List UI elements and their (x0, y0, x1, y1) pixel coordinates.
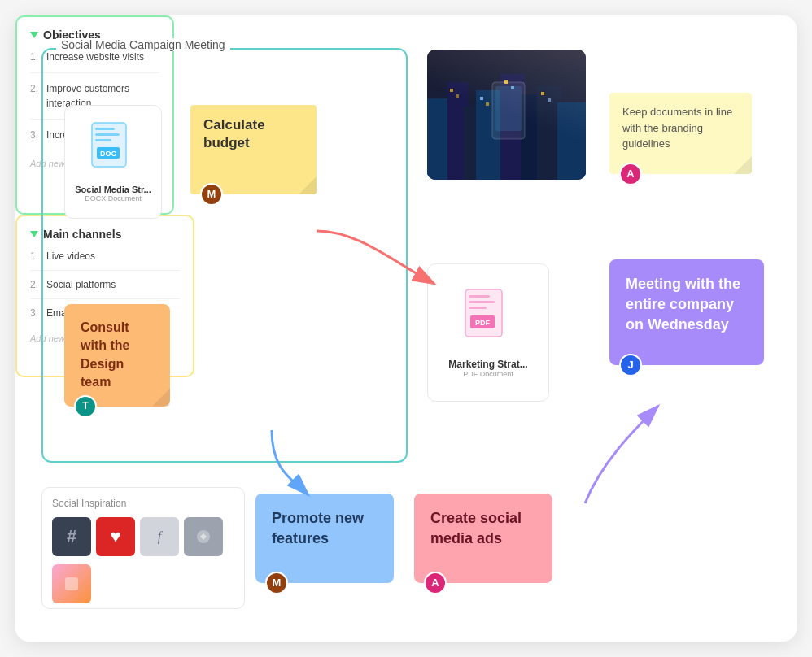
svg-rect-28 (469, 307, 487, 309)
pdf-card[interactable]: PDF Marketing Strat... PDF Document (427, 263, 549, 402)
svg-rect-7 (427, 98, 452, 180)
consult-design-sticky[interactable]: Consult with the Design team T (64, 304, 170, 407)
meeting-wednesday-text: Meeting with the entire company on Wedne… (626, 276, 740, 333)
meeting-wednesday-sticky[interactable]: Meeting with the entire company on Wedne… (609, 259, 764, 365)
branding-sticky[interactable]: Keep documents in line with the branding… (609, 93, 752, 174)
svg-rect-23 (492, 82, 525, 139)
doc-card[interactable]: DOC Social Media Str... DOCX Document (64, 105, 162, 219)
photo-card (427, 50, 586, 180)
svg-rect-24 (495, 86, 522, 131)
svg-rect-21 (541, 92, 544, 95)
fold-icon-2 (152, 389, 170, 407)
avatar-6: A (424, 572, 447, 594)
svg-rect-9 (464, 107, 480, 180)
thumb-pink (52, 564, 91, 603)
pdf-icon: PDF (462, 288, 515, 352)
create-social-sticky[interactable]: Create social media ads A (414, 494, 552, 583)
thumb-hash: # (52, 517, 91, 556)
calculate-budget-sticky[interactable]: Calculate budget M (190, 105, 317, 194)
meeting-title: Social Media Campaign Meeting (56, 38, 230, 51)
social-grid: # ♥ f (52, 517, 234, 603)
svg-rect-11 (500, 74, 525, 180)
tri-icon (30, 32, 38, 38)
create-social-text: Create social media ads (430, 510, 522, 546)
pdf-sublabel: PDF Document (463, 370, 513, 378)
svg-rect-27 (469, 301, 495, 303)
svg-text:DOC: DOC (100, 150, 117, 158)
photo-image (427, 50, 586, 180)
svg-text:PDF: PDF (475, 319, 491, 327)
tri-icon-2 (30, 231, 38, 237)
thumb-script: f (140, 517, 179, 556)
svg-rect-3 (95, 139, 111, 141)
social-inspiration-card: Social Inspiration # ♥ f (41, 487, 245, 609)
doc-label: Social Media Str... (75, 185, 151, 194)
doc-icon: DOC (89, 121, 138, 178)
svg-rect-16 (456, 94, 459, 98)
avatar-3: A (619, 163, 642, 185)
branding-text: Keep documents in line with the branding… (622, 106, 732, 150)
svg-rect-12 (521, 94, 541, 180)
svg-rect-19 (504, 80, 508, 84)
avatar-1: M (200, 183, 223, 206)
consult-design-text: Consult with the Design team (81, 320, 129, 389)
svg-rect-18 (486, 102, 489, 106)
svg-rect-6 (427, 50, 586, 180)
thumb-heart: ♥ (96, 517, 135, 556)
calculate-budget-text: Calculate budget (203, 117, 265, 150)
social-inspiration-title: Social Inspiration (52, 498, 234, 509)
svg-rect-1 (95, 128, 115, 130)
pdf-label: Marketing Strat... (448, 359, 527, 370)
avatar-5: M (265, 572, 288, 594)
avatar-4: J (619, 354, 642, 376)
svg-rect-17 (480, 97, 483, 100)
svg-rect-15 (450, 89, 453, 92)
thumb-grey (184, 517, 223, 556)
svg-rect-8 (447, 82, 468, 180)
canvas: Social Media Campaign Meeting DOC Social… (15, 15, 797, 642)
fold-icon-3 (734, 156, 752, 174)
svg-rect-32 (65, 577, 78, 590)
svg-rect-13 (537, 86, 561, 180)
svg-rect-10 (476, 90, 504, 180)
avatar-2: T (74, 395, 97, 418)
svg-rect-22 (548, 98, 551, 102)
svg-rect-20 (511, 86, 514, 89)
fold-icon (299, 176, 317, 194)
svg-rect-2 (95, 133, 120, 136)
promote-sticky[interactable]: Promote new features M (255, 494, 394, 583)
svg-rect-26 (469, 295, 490, 298)
promote-text: Promote new features (272, 510, 364, 546)
svg-rect-14 (557, 102, 586, 180)
doc-sublabel: DOCX Document (85, 194, 142, 202)
